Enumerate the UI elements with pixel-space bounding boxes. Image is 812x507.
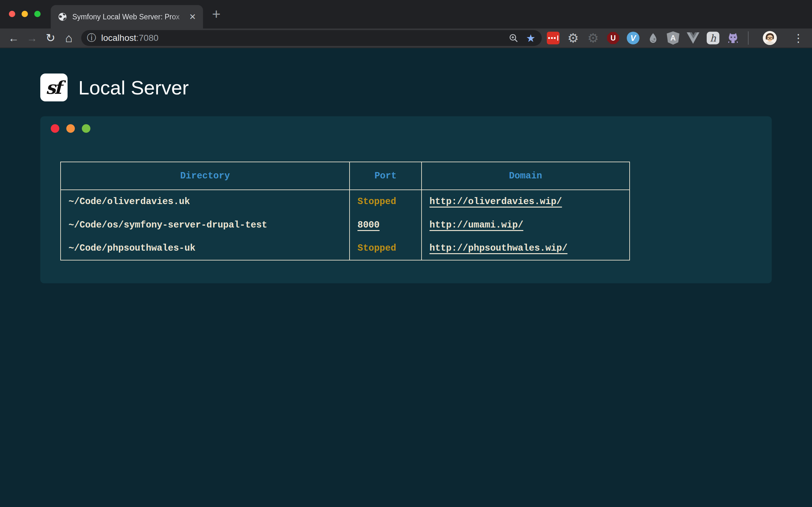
bookmark-star-icon[interactable]: ★ [526, 32, 536, 44]
tab-strip: Symfony Local Web Server: Prox ✕ + [0, 0, 812, 29]
port-link[interactable]: 8000 [357, 220, 380, 230]
table-row: ~/Code/phpsouthwales-uk Stopped http://p… [61, 237, 629, 260]
domain-cell: http://umami.wip/ [421, 213, 629, 237]
panel-red-dot [51, 124, 59, 133]
page-info-icon[interactable]: ⓘ [87, 32, 96, 44]
server-panel: Directory Port Domain ~/Code/oliverdavie… [40, 116, 772, 283]
header-directory: Directory [61, 162, 350, 190]
domain-link[interactable]: http://umami.wip/ [429, 220, 523, 230]
port-cell: 8000 [350, 213, 421, 237]
new-tab-button[interactable]: + [208, 6, 224, 22]
gear-extension-icon[interactable]: ⚙ [567, 32, 579, 44]
vimium-extension-icon[interactable]: V [627, 32, 640, 44]
back-icon[interactable]: ← [4, 30, 23, 47]
extensions-bar: ⚙ ⚙ U V A h [547, 31, 806, 45]
window-zoom-button[interactable] [34, 11, 41, 17]
url-port: :7080 [136, 33, 159, 43]
zoom-level-icon[interactable] [508, 33, 519, 43]
forward-icon[interactable]: → [23, 30, 41, 47]
directory-cell: ~/Code/os/symfony-server-drupal-test [61, 213, 350, 237]
browser-menu-icon[interactable]: ⋮ [791, 32, 806, 44]
table-row: ~/Code/os/symfony-server-drupal-test 800… [61, 213, 629, 237]
panel-window-dots [51, 124, 90, 133]
lastpass-extension-icon[interactable] [547, 32, 560, 44]
brand-header: sf Local Server [40, 73, 189, 101]
url-host: localhost [101, 33, 136, 43]
window-controls [9, 11, 41, 17]
page-title: Local Server [78, 76, 189, 99]
window-minimize-button[interactable] [21, 11, 28, 17]
panel-orange-dot [66, 124, 75, 133]
address-bar[interactable]: ⓘ localhost:7080 ★ [81, 30, 542, 46]
page-content: sf Local Server Directory Port Domain ~/… [0, 48, 812, 507]
github-octocat-extension-icon[interactable] [727, 32, 740, 44]
directory-cell: ~/Code/phpsouthwales-uk [61, 237, 350, 260]
globe-favicon-icon [58, 12, 67, 21]
profile-avatar[interactable] [763, 31, 777, 45]
home-icon[interactable]: ⌂ [60, 30, 78, 47]
url-text[interactable]: localhost:7080 [101, 33, 159, 43]
table-row: ~/Code/oliverdavies.uk Stopped http://ol… [61, 190, 629, 213]
panel-green-dot [82, 124, 90, 133]
vue-devtools-extension-icon[interactable] [687, 32, 699, 44]
table-header-row: Directory Port Domain [61, 162, 629, 190]
servers-table: Directory Port Domain ~/Code/oliverdavie… [60, 162, 630, 261]
ublock-origin-extension-icon[interactable]: U [607, 32, 619, 44]
domain-cell: http://oliverdavies.wip/ [421, 190, 629, 213]
gear-disabled-extension-icon[interactable]: ⚙ [587, 32, 600, 44]
browser-tab[interactable]: Symfony Local Web Server: Prox ✕ [51, 5, 203, 29]
port-cell: Stopped [350, 190, 421, 213]
honey-extension-icon[interactable]: h [707, 32, 719, 44]
browser-toolbar: ← → ↻ ⌂ ⓘ localhost:7080 ★ ⚙ ⚙ U V [0, 29, 812, 48]
toolbar-separator [748, 32, 749, 45]
domain-cell: http://phpsouthwales.wip/ [421, 237, 629, 260]
tab-title: Symfony Local Web Server: Prox [72, 13, 188, 21]
reload-icon[interactable]: ↻ [41, 30, 60, 47]
status-badge: Stopped [357, 243, 396, 253]
header-port: Port [350, 162, 421, 190]
drupal-extension-icon[interactable] [647, 32, 659, 44]
window-close-button[interactable] [9, 11, 15, 17]
header-domain: Domain [421, 162, 629, 190]
tab-close-icon[interactable]: ✕ [188, 11, 197, 22]
symfony-logo: sf [40, 73, 67, 101]
domain-link[interactable]: http://phpsouthwales.wip/ [429, 243, 567, 253]
directory-cell: ~/Code/oliverdavies.uk [61, 190, 350, 213]
symfony-logo-glyph: sf [46, 77, 62, 98]
angular-extension-icon[interactable]: A [667, 32, 679, 44]
domain-link[interactable]: http://oliverdavies.wip/ [429, 196, 562, 207]
status-badge: Stopped [357, 196, 396, 207]
port-cell: Stopped [350, 237, 421, 260]
